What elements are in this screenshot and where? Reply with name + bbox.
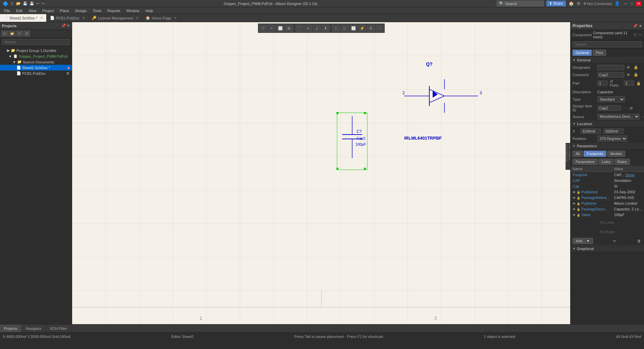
- part-input[interactable]: [597, 81, 607, 86]
- props-search-input[interactable]: [573, 41, 642, 47]
- btn-footprints[interactable]: Footprints: [584, 151, 606, 157]
- user-icon[interactable]: 👤: [614, 1, 620, 6]
- tree-item-pcb1[interactable]: 📄 PCB1.PcbDoc 🖹: [0, 70, 72, 76]
- comment-eye-icon[interactable]: 👁: [626, 72, 631, 77]
- text-btn[interactable]: A: [367, 24, 375, 32]
- general-section[interactable]: General: [571, 57, 644, 64]
- home-icon[interactable]: 🏠: [569, 1, 574, 6]
- add-btn[interactable]: +: [268, 24, 276, 32]
- graphical-section[interactable]: Graphical: [571, 245, 644, 252]
- tab-sheet2[interactable]: 📄 Sheet2.SchDoc * ✕: [0, 14, 47, 22]
- design-item-more-icon[interactable]: ···: [622, 106, 627, 110]
- rect-btn[interactable]: ⬜: [276, 24, 284, 32]
- props-close-icon[interactable]: ✕: [639, 24, 642, 28]
- of-parts-input[interactable]: [624, 81, 634, 86]
- source-more-icon[interactable]: ···: [641, 114, 644, 119]
- open-project-btn[interactable]: 📂: [9, 31, 15, 37]
- rotation-select[interactable]: 270 Degrees 0 Degrees 90 Degrees 180 Deg…: [597, 136, 627, 142]
- bus-btn[interactable]: ≡: [304, 24, 312, 32]
- menu-view[interactable]: View: [26, 8, 39, 13]
- power2-btn[interactable]: ⚡: [358, 24, 366, 32]
- close-button[interactable]: ✕: [636, 1, 641, 6]
- panel-pin-icon[interactable]: 📌: [61, 23, 66, 28]
- btn-links[interactable]: Links: [599, 159, 613, 165]
- menu-file[interactable]: File: [1, 8, 13, 13]
- menu-reports[interactable]: Reports: [105, 8, 123, 13]
- designator-eye-icon[interactable]: 👁: [626, 65, 631, 70]
- panel-close-icon[interactable]: ✕: [67, 23, 70, 28]
- project-settings-btn[interactable]: ⚙: [23, 31, 30, 37]
- schematic-canvas[interactable]: ▽ + ⬜ ⊞ ⌒ ≡ ⊥ ⬇ | ▷ ⬜ ⚡ A ···: [72, 22, 570, 324]
- tree-item-source-docs[interactable]: ▼ 📁 Source Documents: [0, 59, 72, 65]
- btn-rules[interactable]: Rules: [614, 159, 630, 165]
- window-icon-open[interactable]: 📂: [16, 1, 21, 6]
- parameters-section[interactable]: Parameters: [571, 143, 644, 150]
- delete-param-icon[interactable]: 🗑: [636, 239, 642, 243]
- net-btn[interactable]: |: [332, 24, 340, 32]
- menu-help[interactable]: Help: [143, 8, 156, 13]
- location-section[interactable]: Location: [571, 120, 644, 128]
- tree-item-sheet2[interactable]: 📄 Sheet2.SchDoc * ■: [0, 65, 72, 70]
- menu-edit[interactable]: Edit: [13, 8, 25, 13]
- menu-design[interactable]: Design: [72, 8, 89, 13]
- tab-sheet2-close[interactable]: ✕: [40, 16, 43, 20]
- tab-home[interactable]: 🏠 Home Page ✕: [142, 14, 180, 22]
- design-item-id-input[interactable]: [597, 105, 621, 111]
- comp-btn[interactable]: ⬜: [350, 24, 358, 32]
- place-btn[interactable]: ⊞: [285, 24, 293, 32]
- btab-projects[interactable]: Projects: [0, 325, 22, 332]
- share-button[interactable]: ⬆ Share: [546, 1, 566, 6]
- btab-navigator[interactable]: Navigator: [22, 325, 46, 332]
- window-icon-save-all[interactable]: 💾: [30, 1, 34, 6]
- tab-pins[interactable]: Pins: [593, 50, 606, 56]
- projects-search-input[interactable]: [2, 39, 70, 45]
- tab-license-close[interactable]: ✕: [136, 16, 139, 20]
- transistor-component[interactable]: Q? 2 3: [401, 56, 488, 163]
- btn-models[interactable]: Models: [607, 151, 625, 157]
- power-btn[interactable]: ⬇: [322, 24, 330, 32]
- junction-btn[interactable]: ⊥: [313, 24, 321, 32]
- y-input[interactable]: [603, 129, 624, 134]
- settings-icon[interactable]: ⚙: [577, 1, 581, 6]
- tree-item-project-group[interactable]: ▶ 📁 Project Group 1.DsnWrk: [0, 48, 72, 53]
- wire-btn[interactable]: ⌒: [296, 24, 304, 32]
- component-expand-icon[interactable]: ⋯: [638, 33, 642, 37]
- minimize-button[interactable]: —: [623, 1, 628, 6]
- canvas-area[interactable]: ▽ + ⬜ ⊞ ⌒ ≡ ⊥ ⬇ | ▷ ⬜ ⚡ A ···: [72, 22, 570, 324]
- designator-lock-icon[interactable]: 🔒: [633, 65, 639, 70]
- window-icon-save[interactable]: 💾: [23, 1, 28, 6]
- param-row-footprint[interactable]: Footprint CAP... Show: [571, 172, 644, 178]
- param-row-pkg-desc[interactable]: 👁 🔒 PackageDescr... Capacitor, 2 Le...: [571, 206, 644, 212]
- param-row-cap-si[interactable]: Cap SI: [571, 184, 644, 189]
- tab-pcb1-close[interactable]: ✕: [82, 16, 85, 20]
- tab-general[interactable]: General: [573, 50, 592, 56]
- window-icon-new[interactable]: 🗋: [10, 2, 14, 6]
- comment-input[interactable]: [597, 72, 624, 78]
- more-btn[interactable]: ···: [376, 24, 384, 32]
- x-input[interactable]: [581, 129, 601, 134]
- param-row-published[interactable]: 👁 🔒 Published 23-Sep-2002: [571, 189, 644, 195]
- menu-tools[interactable]: Tools: [90, 8, 104, 13]
- close-project-btn[interactable]: ✕: [16, 31, 23, 37]
- param-row-cap-sim[interactable]: CAP Simulation: [571, 178, 644, 184]
- btn-parameters[interactable]: Parameters: [573, 159, 598, 165]
- component-filter-icon[interactable]: ▽: [634, 33, 637, 37]
- show-link[interactable]: Show: [625, 173, 635, 177]
- param-row-publisher[interactable]: 👁 🔒 Publisher Altium Limited: [571, 201, 644, 206]
- type-select[interactable]: Standard Mechanical: [597, 96, 625, 102]
- designator-input[interactable]: [597, 65, 624, 70]
- port-btn[interactable]: ▷: [341, 24, 349, 32]
- menu-project[interactable]: Project: [40, 8, 56, 13]
- maximize-button[interactable]: □: [629, 1, 635, 6]
- capacitor-component[interactable]: C? Cap2 100pF: [334, 109, 374, 177]
- titlebar-search[interactable]: 🔍 Search: [497, 1, 544, 6]
- tree-item-project[interactable]: ▼ 📋 Gripper_Project_PWM.PrjPcb: [0, 53, 72, 59]
- props-pin-icon[interactable]: 📌: [633, 24, 638, 28]
- comment-lock-icon[interactable]: 🔒: [633, 72, 639, 77]
- redo-icon[interactable]: ↪: [41, 1, 44, 6]
- tab-home-close[interactable]: ✕: [174, 16, 176, 20]
- tab-pcb1[interactable]: 📄 PCB1.PcbDoc ✕: [47, 14, 89, 22]
- undo-icon[interactable]: ↩: [36, 1, 39, 6]
- param-row-value[interactable]: 👁 🔒 Value 100pF: [571, 212, 644, 218]
- btn-all[interactable]: All: [573, 151, 583, 157]
